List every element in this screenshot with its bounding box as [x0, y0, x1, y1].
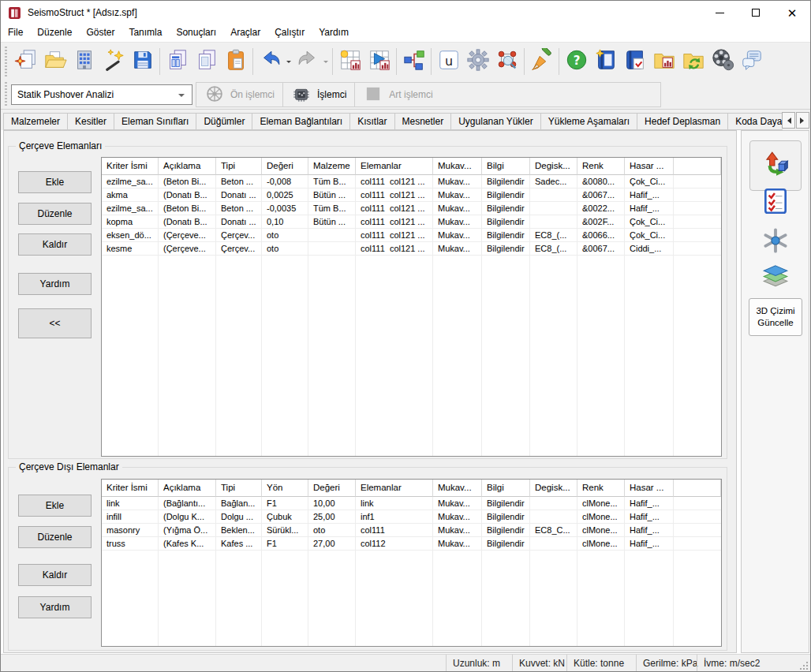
- column-header[interactable]: Elemanlar: [356, 480, 433, 497]
- tab-scroll-left-button[interactable]: [782, 112, 795, 129]
- movie-button[interactable]: [708, 46, 737, 77]
- copy-button[interactable]: [192, 46, 221, 77]
- refresh-3d-view-button[interactable]: [749, 140, 802, 191]
- column-header[interactable]: Değeri: [308, 480, 356, 497]
- minimize-button[interactable]: [701, 1, 738, 24]
- preprocessor-button[interactable]: Ön işlemci: [196, 83, 282, 106]
- close-button[interactable]: ✕: [774, 1, 810, 24]
- table-row[interactable]: ezilme_sa...(Beton Bi...Beton ...-0,008T…: [102, 175, 721, 189]
- column-header[interactable]: Açıklama: [159, 158, 216, 175]
- column-header[interactable]: Bilgi: [482, 158, 530, 175]
- show-model-button[interactable]: [335, 46, 364, 77]
- menu-item-yardim[interactable]: Yardım: [312, 24, 356, 42]
- postprocessor-button[interactable]: Art işlemci: [355, 83, 440, 106]
- column-header[interactable]: Yön: [262, 480, 308, 497]
- tab-kisitlar[interactable]: Kısıtlar: [349, 113, 394, 130]
- checklist-button[interactable]: [749, 185, 802, 219]
- column-header[interactable]: Kriter İsmi: [102, 158, 159, 175]
- table-row[interactable]: ezilme_sa...(Beton Bi...Beton ...-0,0035…: [102, 202, 721, 215]
- tab-yukleme-asamalari[interactable]: Yükleme Aşamaları: [540, 113, 637, 130]
- nonframe-add-button[interactable]: Ekle: [18, 495, 92, 517]
- building-modeller-button[interactable]: [69, 46, 99, 77]
- undo-button[interactable]: [256, 46, 285, 77]
- nonframe-help-button[interactable]: Yardım: [18, 596, 92, 618]
- paste-button[interactable]: [221, 46, 250, 77]
- table-row[interactable]: kopma(Donatı B...Donatı ...0,10Bütün ...…: [102, 215, 721, 229]
- undo-dropdown-button[interactable]: [285, 46, 293, 77]
- analysis-toolbar-grip[interactable]: [5, 82, 9, 107]
- tab-dugumler[interactable]: Düğümler: [196, 113, 252, 130]
- open-project-button[interactable]: [40, 46, 69, 77]
- column-header[interactable]: Hasar ...: [625, 158, 674, 175]
- tab-hedef-deplasman[interactable]: Hedef Deplasman: [637, 113, 728, 130]
- layers-button[interactable]: [749, 259, 802, 293]
- tab-eleman-siniflari[interactable]: Eleman Sınıfları: [114, 113, 196, 130]
- redo-button[interactable]: [293, 46, 322, 77]
- column-header[interactable]: Tipi: [216, 158, 262, 175]
- tutorial-book-button[interactable]: [591, 46, 620, 77]
- save-button[interactable]: [128, 46, 157, 77]
- verification-book-button[interactable]: [620, 46, 649, 77]
- frame-add-button[interactable]: Ekle: [18, 171, 92, 193]
- column-header[interactable]: Tipi: [216, 480, 262, 497]
- units-button[interactable]: u: [434, 46, 463, 77]
- tab-koda-dayali-kontroller[interactable]: Koda Dayalı Kontroller: [727, 113, 783, 130]
- column-header[interactable]: Malzeme: [308, 158, 356, 175]
- toolbar-grip[interactable]: [5, 47, 9, 77]
- column-header[interactable]: Değeri: [262, 158, 308, 175]
- resize-grip[interactable]: [799, 655, 810, 672]
- frame-help-button[interactable]: Yardım: [18, 273, 92, 295]
- table-row[interactable]: kesme(Çerçeve...Çerçev...otocol111 col12…: [102, 242, 721, 256]
- menu-item-calistir[interactable]: Çalıştır: [267, 24, 312, 42]
- copy-model-button[interactable]: [163, 46, 192, 77]
- column-header[interactable]: Hasar ...: [625, 480, 674, 497]
- frame-edit-button[interactable]: Düzenle: [18, 203, 92, 225]
- menu-item-sonuclari[interactable]: Sonuçları: [169, 24, 223, 42]
- run-model-button[interactable]: [364, 46, 394, 77]
- forum-chat-button[interactable]: [737, 46, 766, 77]
- frame-remove-button[interactable]: Kaldır: [18, 233, 92, 256]
- model-search-button[interactable]: [492, 46, 521, 77]
- update-3d-plot-button[interactable]: 3D Çizimi Güncelle: [749, 298, 802, 336]
- column-header[interactable]: Renk: [577, 480, 625, 497]
- maximize-button[interactable]: [738, 1, 774, 24]
- wizard-button[interactable]: [99, 46, 128, 77]
- frame-collapse-button[interactable]: <<: [18, 308, 92, 338]
- tab-uygulanan-yukler[interactable]: Uygulanan Yükler: [450, 113, 541, 130]
- table-row[interactable]: eksen_dö...(Çerçeve...Çerçev...otocol111…: [102, 229, 721, 242]
- tab-mesnetler[interactable]: Mesnetler: [394, 113, 452, 130]
- table-row[interactable]: infill(Dolgu K...Dolgu ...Çubuk25,00inf1…: [102, 510, 721, 524]
- processor-button[interactable]: İşlemci: [283, 83, 354, 106]
- analysis-type-select[interactable]: Statik Pushover Analizi: [11, 84, 192, 105]
- table-row[interactable]: masonry(Yığma Ö...Beklen...Sürükl...otoc…: [102, 524, 721, 537]
- tab-malzemeler[interactable]: Malzemeler: [3, 113, 68, 130]
- examples-folder-button[interactable]: [649, 46, 678, 77]
- column-header[interactable]: Bilgi: [482, 480, 530, 497]
- refresh-folder-button[interactable]: [678, 46, 708, 77]
- new-project-button[interactable]: [11, 46, 40, 77]
- menu-item-file[interactable]: File: [1, 24, 30, 42]
- table-row[interactable]: truss(Kafes K...Kafes ...F127,00col112Mu…: [102, 537, 721, 551]
- column-header[interactable]: Mukav...: [433, 158, 482, 175]
- column-header[interactable]: Degisk...: [530, 480, 577, 497]
- table-row[interactable]: link(Bağlantı...Bağlan...F110,00linkMuka…: [102, 497, 721, 510]
- settings-button[interactable]: [463, 46, 492, 77]
- menu-item-tanimla[interactable]: Tanımla: [121, 24, 169, 42]
- column-header[interactable]: Kriter İsmi: [102, 480, 159, 497]
- column-header[interactable]: Açıklama: [159, 480, 216, 497]
- menu-item-duzenle[interactable]: Düzenle: [30, 24, 79, 42]
- menu-item-araclar[interactable]: Araçlar: [223, 24, 267, 42]
- redo-dropdown-button[interactable]: [322, 46, 330, 77]
- column-header[interactable]: Elemanlar: [356, 158, 433, 175]
- nonframe-remove-button[interactable]: Kaldır: [18, 564, 92, 586]
- menu-item-goster[interactable]: Göster: [79, 24, 121, 42]
- flowchart-button[interactable]: [399, 46, 428, 77]
- column-header[interactable]: Degisk...: [530, 158, 577, 175]
- nonframe-edit-button[interactable]: Düzenle: [18, 526, 92, 548]
- tab-eleman-baglantilari[interactable]: Eleman Bağlantıları: [252, 113, 350, 130]
- column-header[interactable]: Mukav...: [433, 480, 482, 497]
- paintbrush-button[interactable]: [527, 46, 556, 77]
- table-row[interactable]: akma(Donatı B...Donatı ...0,0025Bütün ..…: [102, 189, 721, 202]
- tab-kesitler[interactable]: Kesitler: [67, 113, 114, 130]
- axes-button[interactable]: [749, 224, 802, 259]
